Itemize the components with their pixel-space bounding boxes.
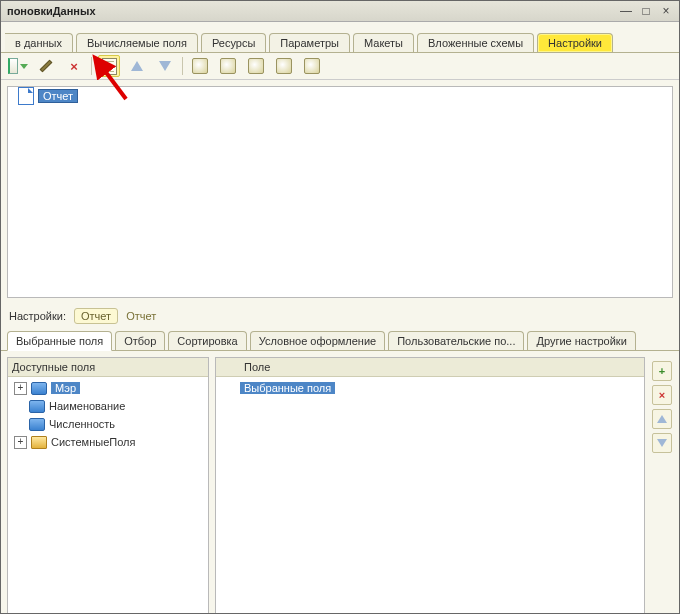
window-buttons: — □ × bbox=[619, 4, 673, 18]
available-fields-body[interactable]: + Мэр Наименование Численность + bbox=[8, 377, 208, 614]
selected-fields-pane: Поле Выбранные поля bbox=[215, 357, 645, 614]
ltab-other[interactable]: Другие настройки bbox=[527, 331, 635, 350]
field-label: Мэр bbox=[51, 382, 80, 394]
properties-button[interactable] bbox=[98, 55, 120, 77]
pencil-icon bbox=[40, 60, 53, 73]
remove-field-button[interactable]: × bbox=[652, 385, 672, 405]
field-type-icon bbox=[29, 418, 45, 431]
selected-fields-header: Поле bbox=[216, 358, 644, 377]
top-tabstrip: в данных Вычисляемые поля Ресурсы Параме… bbox=[1, 22, 679, 53]
tool-d-button[interactable] bbox=[273, 55, 295, 77]
misc-icon-3 bbox=[248, 58, 264, 74]
ltab-filter[interactable]: Отбор bbox=[115, 331, 165, 350]
selected-fields-body[interactable]: Выбранные поля bbox=[216, 377, 644, 614]
move-up-button[interactable] bbox=[126, 55, 148, 77]
window-title: поновкиДанных bbox=[7, 5, 619, 17]
structure-tree-pane[interactable]: Отчет bbox=[7, 86, 673, 298]
field-row-count[interactable]: Численность bbox=[10, 415, 206, 433]
breadcrumb-2: Отчет bbox=[126, 310, 156, 322]
toolbar-separator bbox=[91, 57, 92, 75]
toolbar-separator-2 bbox=[182, 57, 183, 75]
tab-resources[interactable]: Ресурсы bbox=[201, 33, 266, 52]
settings-breadcrumb: Настройки: Отчет Отчет bbox=[1, 304, 679, 328]
tab-data[interactable]: в данных bbox=[5, 33, 73, 52]
newdoc-icon bbox=[8, 58, 18, 74]
add-field-button[interactable]: + bbox=[652, 361, 672, 381]
field-row-name[interactable]: Наименование bbox=[10, 397, 206, 415]
tab-nested[interactable]: Вложенные схемы bbox=[417, 33, 534, 52]
titlebar: поновкиДанных — □ × bbox=[1, 1, 679, 22]
arrow-down-icon bbox=[159, 61, 171, 71]
toolbar: × bbox=[1, 53, 679, 80]
expand-icon[interactable]: + bbox=[14, 436, 27, 449]
tab-layouts[interactable]: Макеты bbox=[353, 33, 414, 52]
triangle-up-icon bbox=[657, 415, 667, 423]
field-row-system[interactable]: + СистемныеПоля bbox=[10, 433, 206, 451]
move-field-up-button[interactable] bbox=[652, 409, 672, 429]
misc-icon-4 bbox=[276, 58, 292, 74]
selected-fields-root-label: Выбранные поля bbox=[240, 382, 335, 394]
field-type-icon bbox=[29, 400, 45, 413]
close-button[interactable]: × bbox=[659, 4, 673, 18]
page-icon bbox=[102, 58, 117, 75]
minimize-button[interactable]: — bbox=[619, 4, 633, 18]
maximize-button[interactable]: □ bbox=[639, 4, 653, 18]
tab-parameters[interactable]: Параметры bbox=[269, 33, 350, 52]
edit-button[interactable] bbox=[35, 55, 57, 77]
misc-icon-2 bbox=[220, 58, 236, 74]
report-icon bbox=[18, 87, 34, 105]
move-field-down-button[interactable] bbox=[652, 433, 672, 453]
ltab-conditional[interactable]: Условное оформление bbox=[250, 331, 385, 350]
selected-fields-header-label: Поле bbox=[244, 361, 640, 373]
side-buttons: + × bbox=[651, 357, 673, 614]
x-icon: × bbox=[70, 59, 78, 74]
delete-button[interactable]: × bbox=[63, 55, 85, 77]
expand-icon[interactable]: + bbox=[14, 382, 27, 395]
settings-caption: Настройки: bbox=[9, 310, 66, 322]
split-panes: Доступные поля + Мэр Наименование Числен… bbox=[1, 351, 679, 614]
selected-fields-root[interactable]: Выбранные поля bbox=[218, 379, 642, 397]
field-label: СистемныеПоля bbox=[51, 436, 135, 448]
ltab-sort[interactable]: Сортировка bbox=[168, 331, 246, 350]
field-row-mayor[interactable]: + Мэр bbox=[10, 379, 206, 397]
tree-row-label: Отчет bbox=[38, 89, 78, 103]
app-window: поновкиДанных — □ × в данных Вычисляемые… bbox=[0, 0, 680, 614]
field-label: Наименование bbox=[49, 400, 125, 412]
field-label: Численность bbox=[49, 418, 115, 430]
available-fields-pane: Доступные поля + Мэр Наименование Числен… bbox=[7, 357, 209, 614]
available-fields-header: Доступные поля bbox=[8, 358, 208, 377]
breadcrumb-1[interactable]: Отчет bbox=[74, 308, 118, 324]
tool-a-button[interactable] bbox=[189, 55, 211, 77]
available-fields-header-label: Доступные поля bbox=[12, 361, 204, 373]
new-report-button[interactable] bbox=[7, 55, 29, 77]
misc-icon-5 bbox=[304, 58, 320, 74]
tab-calc-fields[interactable]: Вычисляемые поля bbox=[76, 33, 198, 52]
folder-icon bbox=[31, 436, 47, 449]
tree-row-report[interactable]: Отчет bbox=[8, 87, 672, 105]
arrow-up-icon bbox=[131, 61, 143, 71]
ltab-selected-fields[interactable]: Выбранные поля bbox=[7, 331, 112, 351]
triangle-down-icon bbox=[657, 439, 667, 447]
field-type-icon bbox=[31, 382, 47, 395]
move-down-button[interactable] bbox=[154, 55, 176, 77]
dropdown-icon bbox=[20, 64, 28, 69]
settings-tabstrip: Выбранные поля Отбор Сортировка Условное… bbox=[1, 328, 679, 351]
tab-settings[interactable]: Настройки bbox=[537, 33, 613, 52]
tool-b-button[interactable] bbox=[217, 55, 239, 77]
misc-icon-1 bbox=[192, 58, 208, 74]
tool-c-button[interactable] bbox=[245, 55, 267, 77]
ltab-user[interactable]: Пользовательские по... bbox=[388, 331, 524, 350]
tool-e-button[interactable] bbox=[301, 55, 323, 77]
